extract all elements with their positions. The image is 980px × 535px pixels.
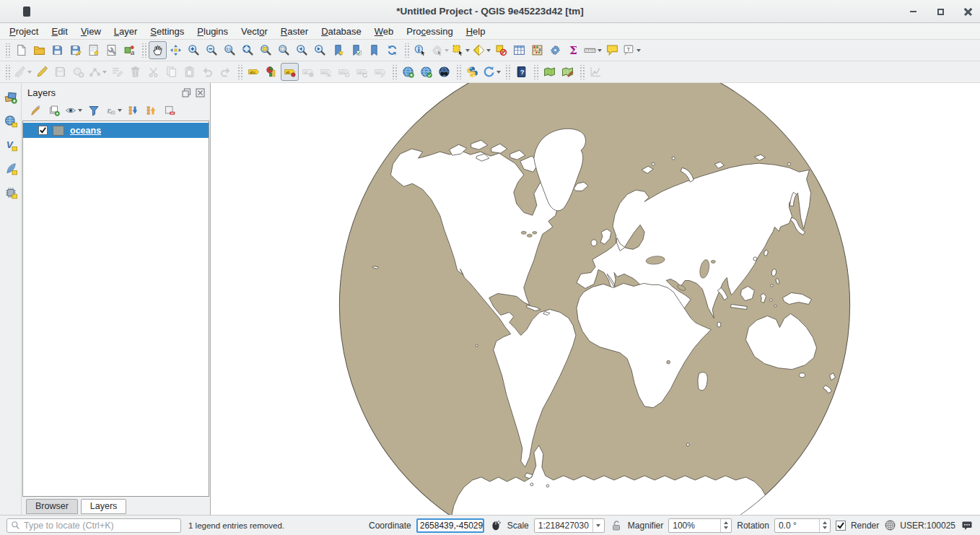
- magnifier-spinbox[interactable]: 100%: [668, 518, 732, 533]
- toolbar-handle[interactable]: [403, 43, 409, 58]
- zoom-to-selection-button[interactable]: [257, 41, 275, 59]
- close-button[interactable]: [963, 6, 973, 17]
- menu-raster[interactable]: Raster: [274, 25, 315, 38]
- layout-manager-button[interactable]: [102, 41, 121, 59]
- save-project-button[interactable]: [48, 41, 66, 59]
- move-label-button[interactable]: abc: [335, 63, 353, 81]
- zoom-native-button[interactable]: 1:1: [221, 41, 239, 59]
- change-label-button[interactable]: abc: [371, 63, 389, 81]
- toolbar-handle[interactable]: [237, 65, 242, 79]
- zoom-last-button[interactable]: [293, 41, 311, 59]
- layer-diagram-button[interactable]: [263, 63, 281, 81]
- osm-tools-button[interactable]: [559, 63, 577, 81]
- processing-history-button[interactable]: [481, 63, 502, 81]
- new-project-button[interactable]: [12, 41, 30, 59]
- style-manager-button[interactable]: a: [121, 41, 139, 59]
- tab-browser[interactable]: Browser: [26, 499, 78, 514]
- maximize-button[interactable]: [935, 6, 945, 17]
- save-project-as-button[interactable]: [66, 41, 84, 59]
- layer-labeling-button[interactable]: abc: [245, 63, 263, 81]
- profile-plot-button[interactable]: [587, 63, 605, 81]
- metasearch-button[interactable]: [435, 63, 453, 81]
- processing-toolbox-button[interactable]: [546, 41, 564, 59]
- web-globe-add-button[interactable]: [399, 63, 417, 81]
- delete-selected-button[interactable]: [126, 63, 144, 81]
- zoom-in-button[interactable]: [185, 41, 203, 59]
- locator-search-input[interactable]: Type to locate (Ctrl+K): [6, 518, 181, 533]
- new-print-layout-button[interactable]: [84, 41, 102, 59]
- redo-button[interactable]: [216, 63, 235, 81]
- grass-tools-button[interactable]: [541, 63, 559, 81]
- new-spatialite-layer-button[interactable]: [2, 160, 19, 178]
- expand-all-button[interactable]: [125, 103, 141, 119]
- rotation-spin-buttons[interactable]: [819, 519, 830, 532]
- deselect-all-button[interactable]: [492, 41, 510, 59]
- map-canvas[interactable]: [211, 83, 980, 515]
- add-feature-button[interactable]: [69, 63, 87, 81]
- paste-features-button[interactable]: [180, 63, 198, 81]
- zoom-next-button[interactable]: [311, 41, 329, 59]
- open-attribute-table-button[interactable]: [510, 41, 528, 59]
- zoom-out-button[interactable]: [203, 41, 221, 59]
- select-features-button[interactable]: [450, 41, 471, 59]
- crs-status-button[interactable]: USER:100025: [884, 519, 955, 531]
- select-by-value-button[interactable]: [471, 41, 492, 59]
- collapse-all-button[interactable]: [143, 103, 159, 119]
- toolbar-handle[interactable]: [455, 65, 461, 79]
- layer-row-oceans[interactable]: oceans: [23, 123, 209, 138]
- toolbar-handle[interactable]: [4, 65, 10, 79]
- new-geopackage-layer-button[interactable]: [2, 113, 19, 130]
- menu-layer[interactable]: Layer: [108, 25, 144, 38]
- menu-edit[interactable]: Edit: [45, 25, 74, 38]
- data-source-manager-button[interactable]: [2, 89, 19, 106]
- rotation-spinbox[interactable]: 0.0 °: [774, 518, 831, 533]
- copy-features-button[interactable]: [162, 63, 180, 81]
- map-tips-button[interactable]: [603, 41, 621, 59]
- toggle-extents-button[interactable]: [489, 519, 502, 532]
- toggle-editing-button[interactable]: [33, 63, 51, 81]
- toolbar-handle[interactable]: [4, 43, 10, 58]
- new-spatial-bookmark-button[interactable]: [329, 41, 347, 59]
- field-calculator-button[interactable]: [528, 41, 546, 59]
- menu-plugins[interactable]: Plugins: [191, 25, 235, 38]
- minimize-button[interactable]: [908, 6, 918, 17]
- python-console-button[interactable]: [463, 63, 481, 81]
- run-feature-action-button[interactable]: [429, 41, 450, 59]
- render-checkbox[interactable]: [836, 521, 846, 531]
- vertex-tool-button[interactable]: [87, 63, 108, 81]
- filter-by-expression-button[interactable]: ε: [103, 103, 123, 119]
- menu-view[interactable]: View: [74, 25, 108, 38]
- menu-vector[interactable]: Vector: [235, 25, 274, 38]
- modify-attributes-button[interactable]: [108, 63, 126, 81]
- web-globe-sync-button[interactable]: [417, 63, 435, 81]
- refresh-map-button[interactable]: [383, 41, 401, 59]
- layer-symbol-swatch[interactable]: [53, 126, 64, 136]
- save-layer-edits-button[interactable]: [51, 63, 69, 81]
- bookmark-manager-button[interactable]: [365, 41, 383, 59]
- show-hide-labels-button[interactable]: abc: [317, 63, 335, 81]
- toolbar-handle[interactable]: [391, 65, 397, 79]
- help-contents-button[interactable]: ?: [512, 63, 530, 81]
- zoom-full-button[interactable]: [239, 41, 257, 59]
- menu-processing[interactable]: Processing: [400, 25, 459, 38]
- toolbar-handle[interactable]: [579, 65, 585, 79]
- menu-web[interactable]: Web: [368, 25, 401, 38]
- scale-dropdown-button[interactable]: [592, 519, 604, 532]
- coordinate-input[interactable]: 2658439,-4502993: [416, 518, 484, 533]
- scale-combobox[interactable]: 1:218427030: [534, 518, 605, 533]
- layer-tree[interactable]: oceans: [22, 121, 209, 497]
- toolbar-handle[interactable]: [533, 65, 538, 79]
- filter-legend-button[interactable]: [85, 103, 102, 119]
- highlight-labels-button[interactable]: ab: [299, 63, 317, 81]
- add-group-button[interactable]: [45, 103, 62, 119]
- manage-map-themes-button[interactable]: [64, 103, 84, 119]
- rotate-label-button[interactable]: abc: [353, 63, 371, 81]
- panel-float-button[interactable]: [181, 87, 192, 97]
- pan-to-selection-button[interactable]: [167, 41, 185, 59]
- messages-button[interactable]: [961, 519, 974, 532]
- new-shapefile-layer-button[interactable]: V: [2, 136, 19, 154]
- panel-close-button[interactable]: [195, 87, 206, 97]
- magnifier-spin-buttons[interactable]: [720, 519, 731, 532]
- open-project-button[interactable]: [30, 41, 48, 59]
- text-annotation-button[interactable]: T: [621, 41, 642, 59]
